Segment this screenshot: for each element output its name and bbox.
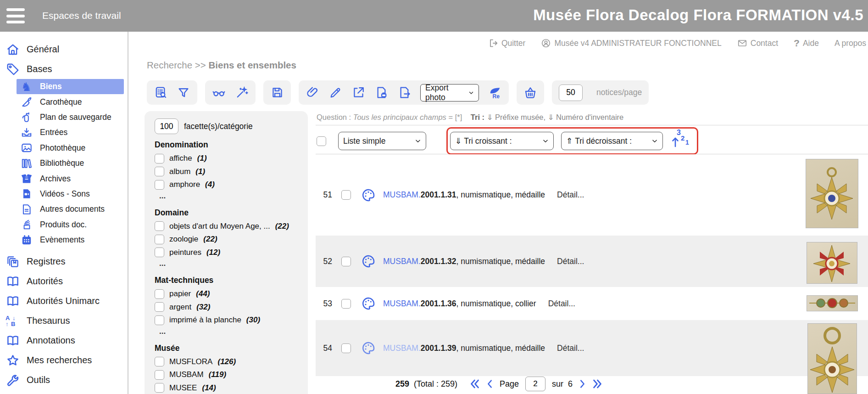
sidebar-item-label: Général [27, 44, 59, 55]
inbox-download-icon [20, 126, 33, 139]
sidebar-item-general[interactable]: Général [0, 39, 128, 59]
sidebar-item-plan-de-sauvegarde[interactable]: Plan de sauvegarde [17, 110, 128, 125]
palette-icon[interactable] [361, 254, 376, 269]
about-button[interactable]: A propos [835, 39, 866, 48]
sidebar-item-phototheque[interactable]: Photothèque [17, 141, 128, 156]
search-criteria-button[interactable] [154, 86, 167, 100]
attach-button[interactable] [306, 86, 319, 100]
first-page-button[interactable] [469, 378, 480, 389]
facet-checkbox[interactable] [155, 221, 164, 231]
star-icon [6, 353, 20, 368]
facet-checkbox[interactable] [155, 180, 164, 190]
sidebar-item-autorites[interactable]: Autorités [0, 271, 128, 291]
sidebar-item-label: Biens [40, 82, 62, 91]
basket-button[interactable] [523, 86, 537, 100]
sidebar-item-outils[interactable]: Outils [0, 370, 128, 390]
detail-link[interactable]: Détail... [548, 299, 575, 309]
save-button[interactable] [270, 86, 284, 100]
contact-button[interactable]: Contact [737, 38, 778, 48]
result-row: 53 MUSBAM.2001.1.36, numismatique, colli… [316, 287, 868, 320]
facet-checkbox[interactable] [155, 370, 164, 380]
record-link[interactable]: MUSBAM. [383, 343, 421, 353]
quit-button[interactable]: Quitter [488, 38, 526, 48]
palette-icon[interactable] [361, 296, 376, 311]
select-all-checkbox[interactable] [317, 136, 326, 146]
detail-link[interactable]: Détail... [557, 257, 584, 266]
facet-checkbox[interactable] [155, 154, 164, 163]
notices-per-page-input[interactable] [559, 84, 583, 101]
page-number-input[interactable] [525, 377, 545, 391]
facet-more-link[interactable]: ... [155, 259, 303, 270]
breadcrumb-section[interactable]: Recherche >> [147, 60, 206, 70]
sidebar-item-registres[interactable]: Registres [0, 252, 128, 271]
magic-wand-button[interactable] [235, 86, 249, 100]
row-checkbox[interactable] [341, 190, 351, 200]
print-document-button[interactable] [374, 86, 388, 100]
row-checkbox[interactable] [341, 299, 351, 309]
exit-icon [488, 38, 498, 48]
facet-checkbox[interactable] [155, 289, 164, 299]
sidebar-item-carotheque[interactable]: Carothèque [17, 94, 128, 109]
facet-more-link[interactable]: ... [155, 191, 303, 202]
facet-checkbox[interactable] [155, 383, 164, 393]
facet-item: imprimé à la planche(30) [155, 314, 303, 327]
facet-more-link[interactable]: ... [155, 327, 303, 338]
home-icon [6, 42, 20, 57]
sidebar-item-autorites-unimarc[interactable]: Autorités Unimarc [0, 291, 128, 311]
sidebar-item-produits-doc[interactable]: Produits doc. [17, 217, 128, 232]
paper-stack-icon [20, 219, 33, 231]
record-thumbnail[interactable] [807, 242, 857, 284]
record-link[interactable]: MUSBAM. [383, 257, 421, 266]
sidebar-item-biens[interactable]: ♞ Biens [17, 79, 124, 94]
help-button[interactable]: ? Aide [794, 38, 819, 49]
filter-button[interactable] [177, 86, 190, 100]
facet-checkbox[interactable] [155, 357, 164, 366]
record-link[interactable]: MUSBAM. [383, 190, 421, 199]
previous-page-button[interactable] [485, 378, 495, 389]
facet-checkbox[interactable] [155, 167, 164, 176]
facet-checkbox[interactable] [155, 315, 164, 325]
photo-icon [20, 142, 33, 154]
re-logo-button[interactable]: Re [488, 86, 502, 100]
detail-link[interactable]: Détail... [557, 343, 584, 353]
record-thumbnail[interactable] [807, 295, 858, 311]
facet-checkbox[interactable] [155, 235, 164, 244]
sidebar-item-mes-recherches[interactable]: Mes recherches [0, 350, 128, 370]
sort-numeric-desc-icon[interactable]: 3 2 1 [671, 130, 690, 152]
workspace-label[interactable]: Espaces de travail [42, 10, 121, 21]
user-menu[interactable]: Musée v4 ADMINISTRATEUR FONCTIONNEL [541, 38, 721, 48]
palette-icon[interactable] [361, 188, 376, 203]
edit-button[interactable] [328, 86, 342, 100]
record-link[interactable]: MUSBAM. [383, 299, 421, 308]
sidebar-item-autres-documents[interactable]: Autres documents [17, 202, 128, 217]
sidebar-item-archives[interactable]: Archives [17, 171, 128, 186]
facet-checkbox[interactable] [155, 302, 164, 312]
sort-ascending-select[interactable]: ⇓ Tri croissant : [450, 132, 554, 150]
sidebar-item-annotations[interactable]: Annotations [0, 331, 128, 350]
record-thumbnail[interactable] [806, 159, 858, 228]
detail-link[interactable]: Détail... [557, 190, 584, 200]
glasses-icon[interactable] [212, 86, 226, 100]
sort-descending-select[interactable]: ⇑ Tri décroissant : [561, 132, 663, 150]
view-mode-select[interactable]: Liste simple [338, 132, 426, 150]
sidebar-item-bibliotheque[interactable]: Bibliothèque [17, 156, 128, 171]
sidebar-item-evenements[interactable]: Evènements [17, 232, 128, 248]
hamburger-menu-icon[interactable] [6, 8, 27, 23]
sidebar-item-thesaurus[interactable]: A ↓↑ B Thesaurus [0, 311, 128, 331]
export-document-button[interactable] [397, 86, 411, 100]
facet-checkbox[interactable] [155, 248, 164, 257]
sidebar-item-entrees[interactable]: Entrées [17, 125, 128, 140]
export-photo-select[interactable]: Export photo [420, 84, 479, 101]
last-page-button[interactable] [592, 378, 603, 389]
row-checkbox[interactable] [341, 343, 351, 353]
sidebar-item-bases[interactable]: Bases [0, 59, 128, 79]
row-checkbox[interactable] [341, 257, 351, 266]
sidebar-item-videos-sons[interactable]: Vidéos - Sons [17, 186, 128, 202]
facet-item: peintures(12) [155, 246, 303, 259]
palette-icon[interactable] [361, 341, 376, 355]
open-external-button[interactable] [351, 86, 365, 100]
facet-item: argent(32) [155, 301, 303, 314]
next-page-button[interactable] [577, 378, 587, 389]
record-thumbnail[interactable] [807, 323, 857, 394]
facet-count-input[interactable] [155, 118, 178, 134]
